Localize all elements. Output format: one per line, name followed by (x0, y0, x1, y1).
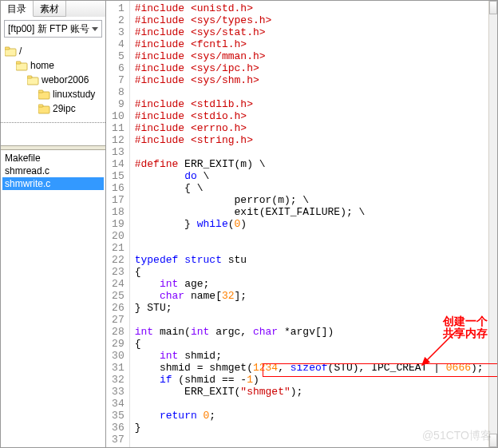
folder-tree[interactable]: /homewebor2006linuxstudy29ipc (1, 41, 105, 122)
folder-icon (38, 103, 50, 114)
svg-rect-10 (38, 105, 43, 107)
tree-spacer (1, 123, 105, 145)
file-row[interactable]: shmwrite.c (2, 177, 104, 190)
editor-scrollbar[interactable] (488, 1, 497, 447)
sidebar-tabs: 目录 素材 (1, 1, 105, 17)
tree-node[interactable]: / (2, 44, 104, 58)
sidebar: 目录 素材 [ftp00] 新 FTP 账号 /homewebor2006lin… (1, 1, 106, 447)
tree-node-label: linuxstudy (53, 89, 95, 100)
svg-rect-4 (16, 61, 21, 64)
folder-icon (4, 46, 17, 57)
svg-rect-6 (27, 76, 32, 78)
folder-icon (15, 60, 28, 71)
svg-rect-2 (5, 47, 10, 50)
file-list[interactable]: Makefileshmread.cshmwrite.c (1, 150, 105, 447)
file-row[interactable]: shmread.c (2, 165, 104, 177)
code-editor[interactable]: 1234567891011121314151617181920212223242… (106, 1, 497, 447)
app-window: 目录 素材 [ftp00] 新 FTP 账号 /homewebor2006lin… (0, 0, 498, 448)
svg-rect-8 (38, 90, 43, 93)
svg-marker-0 (92, 27, 98, 31)
tree-node-label: home (30, 60, 54, 71)
scroll-down-button[interactable] (489, 434, 497, 447)
file-row[interactable]: Makefile (2, 152, 104, 165)
tab-assets[interactable]: 素材 (34, 1, 66, 17)
folder-icon (26, 74, 39, 85)
tree-node-label: 29ipc (53, 103, 76, 114)
folder-icon (38, 89, 50, 100)
line-number-gutter: 1234567891011121314151617181920212223242… (106, 1, 130, 447)
tree-node[interactable]: webor2006 (2, 73, 104, 87)
account-dropdown[interactable]: [ftp00] 新 FTP 账号 (4, 20, 102, 38)
tree-node[interactable]: linuxstudy (2, 87, 104, 101)
tree-node-label: webor2006 (42, 74, 89, 85)
chevron-down-icon (92, 27, 98, 31)
tree-node[interactable]: home (2, 58, 104, 73)
account-dropdown-label: [ftp00] 新 FTP 账号 (8, 22, 89, 36)
tab-directory[interactable]: 目录 (1, 1, 34, 17)
scroll-up-button[interactable] (489, 1, 497, 14)
tree-node[interactable]: 29ipc (2, 101, 104, 116)
tree-node-label: / (19, 46, 22, 57)
code-area[interactable]: #include <unistd.h>#include <sys/types.h… (130, 1, 488, 447)
